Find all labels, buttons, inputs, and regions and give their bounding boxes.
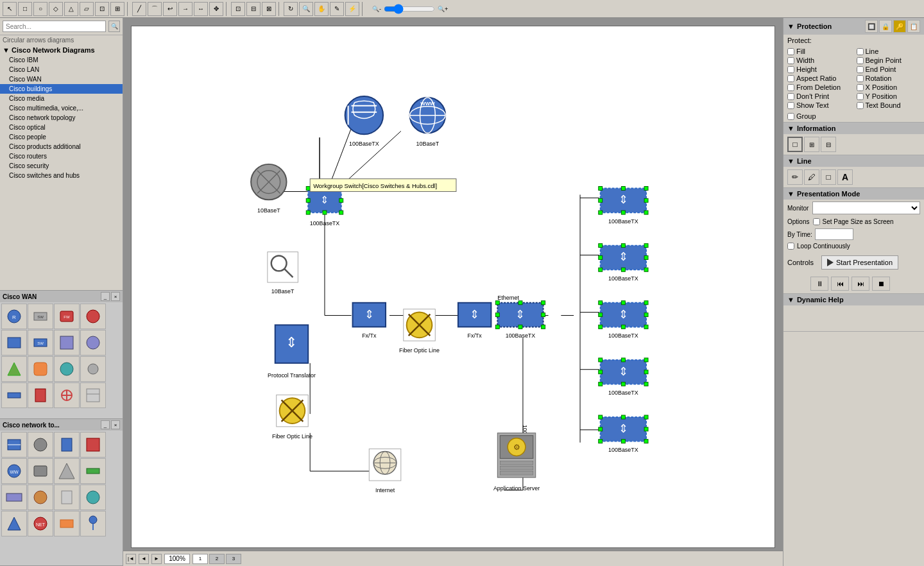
diagram-svg[interactable]: 100BaseTX WWW 10BaseT 10Ba xyxy=(132,26,774,547)
tool-move[interactable]: ✥ xyxy=(209,2,223,16)
tool-undo[interactable]: ↩ xyxy=(163,2,177,16)
cat-cisco-lan[interactable]: Cisco LAN xyxy=(0,65,123,74)
node-workgroup-switch[interactable]: ⇕ 100BaseTX xyxy=(306,187,343,227)
icon-topo4[interactable] xyxy=(80,432,106,458)
icon-topo13[interactable] xyxy=(1,511,27,536)
tool-arrow[interactable]: → xyxy=(178,2,193,16)
nav-prev[interactable]: ◄ xyxy=(139,554,149,564)
icon-router-blue[interactable]: R xyxy=(1,304,27,329)
cb-aspect-ratio[interactable]: Aspect Ratio xyxy=(787,74,851,82)
cat-cisco-optical[interactable]: Cisco optical xyxy=(0,123,123,132)
zoom-slider[interactable]: 🔍- 🔍+ xyxy=(372,4,448,14)
zoom-range[interactable] xyxy=(384,4,435,14)
tool-arc[interactable]: ⌒ xyxy=(148,2,162,16)
tool-zoom-fit[interactable]: ⊡ xyxy=(231,2,245,16)
node-switch-fxtx2[interactable]: ⇕ Fx/Tx xyxy=(458,303,491,339)
tool-cylinder[interactable]: ⊡ xyxy=(95,2,109,16)
pb-rewind[interactable]: ⏮ xyxy=(831,277,849,291)
panel-close-btn[interactable]: × xyxy=(111,292,120,301)
icon-topo15[interactable] xyxy=(54,511,80,536)
node-switch-right1[interactable]: ⇕ 100BaseTX xyxy=(599,187,648,225)
cat-cisco-network[interactable]: ▼ Cisco Network Diagrams xyxy=(0,45,123,55)
node-internet[interactable]: Internet xyxy=(369,449,401,493)
cat-cisco-ibm[interactable]: Cisco IBM xyxy=(0,55,123,65)
cat-circular[interactable]: Circular arrows diagrams xyxy=(0,35,123,45)
page-tab-2[interactable]: 2 xyxy=(209,554,225,564)
line-btn-text[interactable]: A xyxy=(837,169,853,185)
panel2-close-btn[interactable]: × xyxy=(111,420,120,429)
icon-topo2[interactable] xyxy=(28,432,53,458)
tool-refresh[interactable]: ↻ xyxy=(284,2,298,16)
tool-process[interactable]: ⊞ xyxy=(110,2,124,16)
protection-icon3[interactable]: 🔑 xyxy=(893,20,906,33)
protection-icon2[interactable]: 🔒 xyxy=(879,20,892,33)
node-switch-right3[interactable]: ⇕ 100BaseTX xyxy=(599,301,648,339)
cb-line[interactable]: Line xyxy=(857,47,921,55)
node-switch-right4[interactable]: ⇕ 100BaseTX xyxy=(599,358,648,396)
pb-forward[interactable]: ⏭ xyxy=(851,277,869,291)
search-input[interactable] xyxy=(3,21,106,32)
cb-loop[interactable] xyxy=(787,243,794,250)
tool-triangle[interactable]: △ xyxy=(64,2,78,16)
icon-topo12[interactable] xyxy=(80,485,106,510)
node-switch-fxtx1[interactable]: ⇕ Fx/Tx xyxy=(353,303,386,339)
line-btn-rect[interactable]: □ xyxy=(821,169,836,185)
icon-topo14[interactable]: NET xyxy=(28,511,53,536)
icon-topo11[interactable] xyxy=(54,485,80,510)
nav-first[interactable]: |◄ xyxy=(126,554,136,564)
icon-net3[interactable] xyxy=(1,356,27,382)
tool-rect[interactable]: □ xyxy=(18,2,32,16)
icon-firewall[interactable]: FW xyxy=(54,304,80,329)
node-search[interactable]: 10BaseT xyxy=(268,252,298,295)
icon-net9[interactable] xyxy=(54,382,80,408)
page-tab-1[interactable]: 1 xyxy=(193,554,208,564)
panel-cisco-network-header[interactable]: Cisco network to... _ × xyxy=(0,419,123,431)
cat-cisco-wan[interactable]: Cisco WAN xyxy=(0,74,123,84)
tool-zoom-page[interactable]: ⊟ xyxy=(246,2,261,16)
node-app-server[interactable]: ⚙ Application Server xyxy=(493,433,540,492)
node-fiber-center[interactable]: Fiber Optic Line xyxy=(399,309,440,354)
pb-stop[interactable]: ⏹ xyxy=(872,277,890,291)
icon-topo9[interactable] xyxy=(1,485,27,510)
cb-fill[interactable]: Fill xyxy=(787,47,851,55)
tool-diamond[interactable]: ◇ xyxy=(49,2,63,16)
icon-blue-box[interactable] xyxy=(1,330,27,356)
presentation-mode-header[interactable]: ▼ Presentation Mode xyxy=(783,188,924,200)
protection-icon4[interactable]: 📋 xyxy=(907,20,920,33)
icon-net4[interactable] xyxy=(28,356,53,382)
icon-net2[interactable] xyxy=(80,330,106,356)
tool-line[interactable]: ╱ xyxy=(132,2,146,16)
cat-cisco-routers[interactable]: Cisco routers xyxy=(0,151,123,161)
node-fiber2[interactable]: Fiber Optic Line xyxy=(272,395,312,439)
cat-cisco-buildings[interactable]: Cisco buildings xyxy=(0,84,123,94)
tool-connect2[interactable]: ⚡ xyxy=(345,2,359,16)
icon-topo6[interactable] xyxy=(28,458,53,484)
cat-cisco-media[interactable]: Cisco media xyxy=(0,94,123,103)
node-switch-right5[interactable]: ⇕ 100BaseTX xyxy=(599,415,648,453)
node-router1[interactable]: 100BaseTX xyxy=(345,96,383,147)
node-switch-middle[interactable]: ⇕ 100BaseTX xyxy=(495,301,545,339)
tool-parallelogram[interactable]: ▱ xyxy=(80,2,94,16)
cb-height[interactable]: Height xyxy=(787,65,851,73)
icon-net8[interactable] xyxy=(28,382,53,408)
cat-cisco-switches[interactable]: Cisco switches and hubs xyxy=(0,171,123,180)
cb-width[interactable]: Width xyxy=(787,56,851,64)
tool-select[interactable]: ↖ xyxy=(3,2,17,16)
nav-next[interactable]: ► xyxy=(151,554,162,564)
cb-text-bound[interactable]: Text Bound xyxy=(857,101,921,109)
tool-zoom-width[interactable]: ⊠ xyxy=(262,2,276,16)
search-btn[interactable]: 🔍 xyxy=(108,21,120,32)
cb-y-position[interactable]: Y Position xyxy=(857,92,921,100)
pb-pause[interactable]: ⏸ xyxy=(810,277,828,291)
cat-cisco-multimedia[interactable]: Cisco multimedia, voice,... xyxy=(0,103,123,113)
panel-minimize-btn[interactable]: _ xyxy=(101,292,110,301)
icon-net6[interactable] xyxy=(80,356,106,382)
icon-topo7[interactable] xyxy=(54,458,80,484)
dynamic-help-header[interactable]: ▼ Dynamic Help xyxy=(783,294,924,305)
panel-cisco-wan-header[interactable]: Cisco WAN _ × xyxy=(0,291,123,302)
cb-dont-print[interactable]: Don't Print xyxy=(787,92,851,100)
icon-switch1[interactable]: SW xyxy=(28,304,53,329)
icon-topo5[interactable]: WW xyxy=(1,458,27,484)
tool-pointer2[interactable]: ✎ xyxy=(330,2,344,16)
icon-net5[interactable] xyxy=(54,356,80,382)
